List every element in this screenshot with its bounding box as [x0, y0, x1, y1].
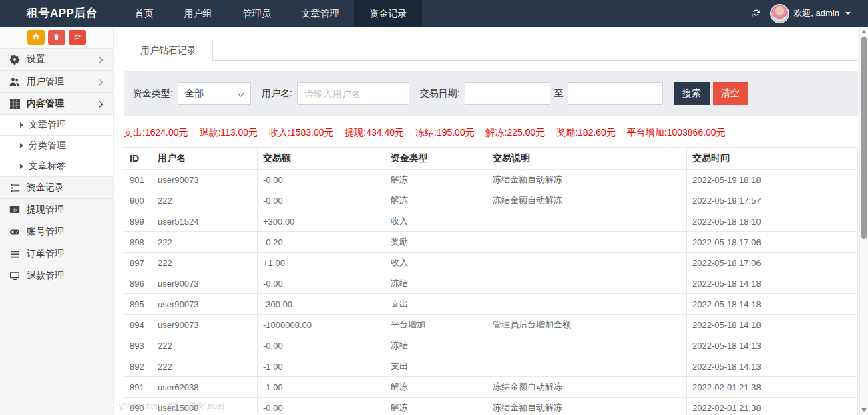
table-row: 898 222 -0.20 奖励 2022-05-18 17:06 — [124, 232, 858, 253]
caret-down-icon — [845, 12, 851, 15]
cell-username: 222 — [152, 335, 258, 356]
browser-status-hint: y/index.htm…('资金记录',true) — [115, 400, 228, 413]
sidebar-item-article-tags[interactable]: 文章标签 — [0, 156, 113, 177]
sidebar-item-article-mgmt[interactable]: 文章管理 — [0, 115, 113, 136]
table-row: 899 user51524 +300.00 收入 2022-05-18 18:1… — [124, 211, 858, 232]
cell-type: 收入 — [385, 211, 487, 232]
recycle-button[interactable] — [69, 30, 86, 45]
table-row: 900 222 -0.00 解冻 冻结金额自动解冻 2022-05-19 17:… — [124, 190, 858, 211]
sidebar-item-withdraw-mgmt[interactable]: 提现管理 — [0, 199, 113, 221]
cell-type: 冻结 — [385, 335, 487, 356]
sidebar-item-user-mgmt[interactable]: 用户管理 — [0, 71, 113, 93]
home-button[interactable] — [27, 30, 45, 45]
cell-id: 899 — [124, 211, 152, 232]
sidebar-item-account-mgmt[interactable]: 账号管理 — [0, 221, 113, 243]
table-row: 892 222 -1.00 支出 2022-05-18 14:13 — [124, 356, 858, 377]
nav-item[interactable]: 资金记录 — [354, 0, 422, 27]
sidebar-item-settings[interactable]: 设置 — [0, 49, 113, 71]
username-input[interactable] — [297, 82, 409, 105]
cell-type: 解冻 — [385, 377, 487, 398]
money-icon — [9, 204, 20, 215]
tab-user-diamond-records[interactable]: 用户钻石记录 — [124, 39, 213, 61]
sidebar-item-label: 内容管理 — [27, 98, 64, 110]
sidebar-item-label: 文章标签 — [29, 160, 66, 172]
sidebar-item-label: 用户管理 — [27, 76, 64, 88]
scrollbar-thumb[interactable] — [861, 37, 867, 239]
trade-date-label: 交易日期: — [420, 88, 460, 100]
scrollbar-up-arrow[interactable] — [861, 30, 867, 33]
cell-type: 平台增加 — [385, 315, 487, 335]
table-row: 894 user90073 -1000000.00 平台增加 管理员后台增加金额… — [124, 315, 858, 335]
sidebar-item-label: 资金记录 — [27, 182, 64, 194]
table-row: 901 user90073 -0.00 解冻 冻结金额自动解冻 2022-05-… — [124, 170, 858, 190]
cell-desc: 冻结金额自动解冻 — [487, 398, 687, 415]
chevron-right-icon — [97, 55, 105, 63]
scrollbar-down-arrow[interactable] — [861, 408, 867, 412]
nav-item[interactable]: 用户组 — [168, 0, 227, 27]
recycle-icon — [73, 33, 81, 43]
trash-button[interactable] — [48, 30, 65, 45]
sidebar-item-order-mgmt[interactable]: 订单管理 — [0, 243, 113, 265]
trash-icon — [53, 33, 60, 43]
cell-desc — [487, 253, 687, 273]
cell-username: user51524 — [152, 211, 258, 232]
clear-button[interactable]: 清空 — [713, 82, 748, 105]
cell-username: 222 — [152, 190, 258, 211]
cell-time: 2022-05-19 18:18 — [687, 170, 858, 190]
cell-desc: 冻结金额自动解冻 — [487, 190, 687, 211]
date-from-input[interactable] — [465, 82, 550, 105]
cell-username: user90073 — [152, 315, 258, 335]
cell-desc — [487, 232, 687, 253]
sidebar-item-content-mgmt[interactable]: 内容管理 — [0, 93, 113, 115]
summary-item: 奖励:182.60元 — [556, 127, 616, 138]
cell-amount: +1.00 — [258, 253, 385, 273]
search-button[interactable]: 搜索 — [674, 82, 710, 105]
navbar-right: 欢迎, admin — [751, 0, 868, 27]
sidebar-item-label: 分类管理 — [29, 140, 66, 152]
sidebar-item-label: 退款管理 — [27, 270, 64, 282]
sidebar-item-refund-mgmt[interactable]: 退款管理 — [0, 265, 113, 287]
cell-id: 900 — [124, 190, 152, 211]
cell-time: 2022-02-01 21:38 — [687, 377, 858, 398]
records-table: ID 用户名 交易额 资金类型 交易说明 交易时间 901 user90073 … — [124, 147, 858, 415]
nav-item[interactable]: 首页 — [119, 0, 168, 27]
cell-type: 支出 — [385, 356, 487, 377]
cell-desc: 管理员后台增加金额 — [487, 315, 687, 335]
sidebar-item-fund-records[interactable]: 资金记录 — [0, 177, 113, 199]
table-row: 893 222 -0.00 冻结 2022-05-18 14:13 — [124, 335, 858, 356]
refresh-button[interactable] — [751, 7, 761, 19]
gamepad-icon — [9, 227, 20, 237]
summary-item: 收入:1583.00元 — [269, 127, 334, 138]
scrollbar[interactable] — [859, 27, 868, 415]
cell-id: 894 — [124, 315, 152, 335]
summary-item: 支出:1624.00元 — [124, 127, 188, 138]
monitor-icon — [9, 271, 20, 281]
cell-time: 2022-05-18 14:13 — [687, 356, 858, 377]
cell-id: 898 — [124, 232, 152, 253]
cell-amount: -0.00 — [258, 335, 385, 356]
gears-icon — [9, 54, 20, 65]
fund-type-select[interactable]: 全部 — [178, 82, 251, 105]
sidebar-menu: 设置 用户管理 内容管理 文章管理 分类 — [0, 49, 113, 287]
cell-amount: -1.00 — [258, 356, 385, 377]
cell-desc — [487, 211, 687, 232]
sidebar-item-label: 提现管理 — [27, 204, 64, 216]
sidebar: 设置 用户管理 内容管理 文章管理 分类 — [0, 27, 114, 415]
cell-desc: 冻结金额自动解冻 — [487, 377, 687, 398]
grid-icon — [9, 98, 20, 109]
summary-totals: 支出:1624.00元 退款:113.00元 收入:1583.00元 提现:43… — [124, 127, 858, 139]
nav-item[interactable]: 文章管理 — [286, 0, 354, 27]
tab-strip: 用户钻石记录 — [124, 39, 858, 61]
cell-amount: -0.20 — [258, 232, 385, 253]
date-to-input[interactable] — [568, 82, 663, 105]
nav-item[interactable]: 管理员 — [227, 0, 286, 27]
cell-username: user90073 — [152, 170, 258, 190]
cell-username: 222 — [152, 356, 258, 377]
user-menu[interactable]: 欢迎, admin — [771, 5, 851, 22]
cell-time: 2022-05-18 17:06 — [687, 232, 858, 253]
sidebar-item-label: 设置 — [27, 53, 45, 65]
cell-amount: -1.00 — [258, 377, 385, 398]
sidebar-item-category-mgmt[interactable]: 分类管理 — [0, 136, 113, 156]
welcome-text: 欢迎, admin — [793, 7, 839, 19]
username-label: 用户名: — [262, 88, 292, 100]
